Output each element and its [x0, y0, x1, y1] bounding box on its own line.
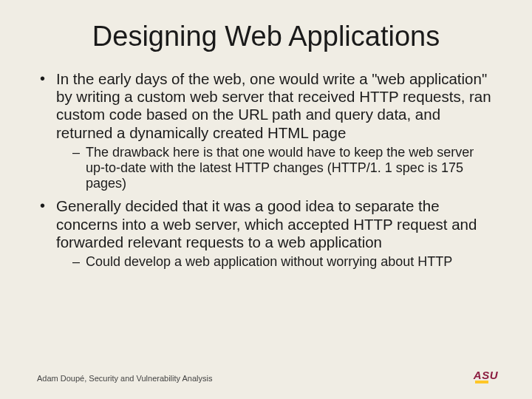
sub-bullet-list: The drawback here is that one would have…	[56, 145, 495, 192]
logo-underline	[475, 381, 488, 383]
footer-text: Adam Doupé, Security and Vulnerability A…	[37, 374, 212, 383]
bullet-item: In the early days of the web, one would …	[37, 70, 495, 191]
sub-bullet-text: The drawback here is that one would have…	[86, 145, 474, 191]
asu-logo: ASU	[474, 369, 498, 384]
sub-bullet-item: The drawback here is that one would have…	[72, 145, 495, 192]
bullet-text: In the early days of the web, one would …	[56, 70, 491, 141]
slide-title: Designing Web Applications	[37, 21, 495, 52]
sub-bullet-item: Could develop a web application without …	[72, 254, 495, 270]
bullet-text: Generally decided that it was a good ide…	[56, 197, 477, 250]
bullet-list: In the early days of the web, one would …	[37, 70, 495, 270]
slide: Designing Web Applications In the early …	[0, 0, 532, 399]
sub-bullet-text: Could develop a web application without …	[86, 254, 452, 269]
sub-bullet-list: Could develop a web application without …	[56, 254, 495, 270]
logo-text: ASU	[474, 369, 498, 381]
bullet-item: Generally decided that it was a good ide…	[37, 197, 495, 270]
